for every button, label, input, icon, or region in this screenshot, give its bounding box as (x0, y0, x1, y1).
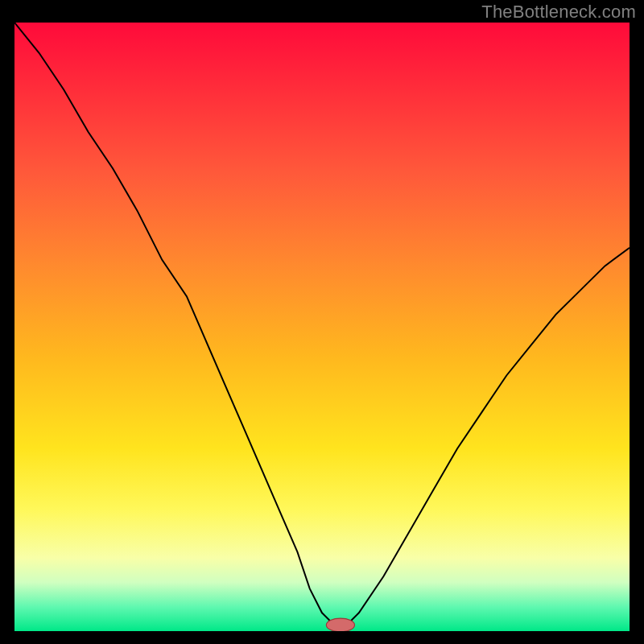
optimum-marker (326, 618, 354, 631)
chart-svg (14, 23, 630, 631)
chart-frame: TheBottleneck.com (0, 0, 644, 644)
watermark-text: TheBottleneck.com (481, 2, 636, 23)
gradient-rect (14, 23, 630, 631)
plot-area (14, 23, 630, 631)
